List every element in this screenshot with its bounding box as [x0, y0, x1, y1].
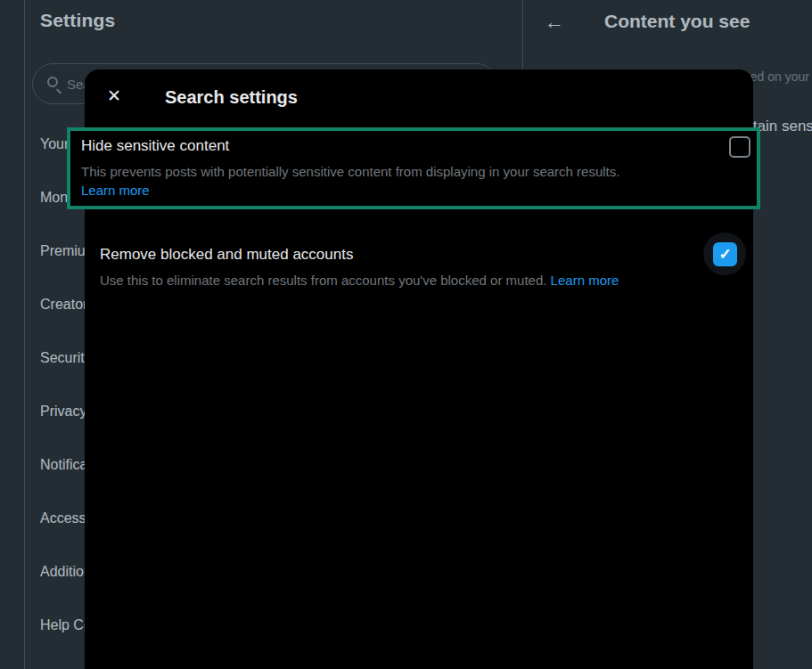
hide-sensitive-checkbox[interactable]: [729, 136, 750, 158]
close-icon[interactable]: ✕: [99, 81, 129, 111]
remove-blocked-muted-description: Use this to eliminate search results fro…: [100, 272, 619, 290]
remove-blocked-muted-description-text: Use this to eliminate search results fro…: [100, 273, 546, 288]
hide-sensitive-title: Hide sensitive content: [81, 136, 229, 156]
highlight-annotation-box: Hide sensitive content This prevents pos…: [67, 127, 760, 209]
hide-sensitive-description: This prevents posts with potentially sen…: [81, 163, 619, 181]
remove-blocked-muted-checkbox[interactable]: ✓: [713, 242, 737, 266]
remove-blocked-muted-learn-more-link[interactable]: Learn more: [551, 273, 619, 288]
hide-sensitive-learn-more-link[interactable]: Learn more: [81, 182, 150, 200]
modal-title: Search settings: [165, 87, 298, 108]
remove-blocked-muted-title: Remove blocked and muted accounts: [100, 245, 353, 265]
x-settings-page: Settings Your account Monetization Premi…: [0, 0, 812, 669]
